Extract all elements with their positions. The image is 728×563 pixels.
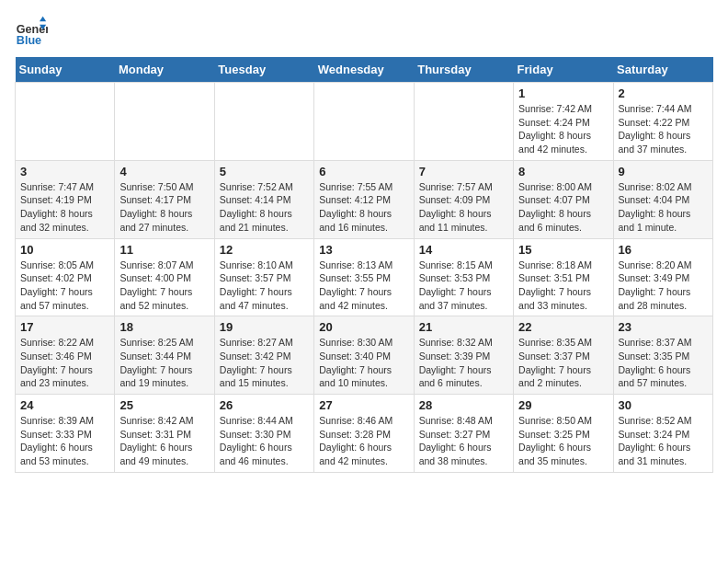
calendar-cell: 6Sunrise: 7:55 AMSunset: 4:12 PMDaylight… xyxy=(314,160,414,238)
day-info: Sunrise: 8:39 AMSunset: 3:33 PMDaylight:… xyxy=(20,414,109,468)
day-number: 3 xyxy=(20,165,109,178)
day-info: Sunrise: 8:20 AMSunset: 3:49 PMDaylight:… xyxy=(619,259,708,313)
day-info: Sunrise: 8:30 AMSunset: 3:40 PMDaylight:… xyxy=(319,336,408,390)
column-header-tuesday: Tuesday xyxy=(214,57,313,83)
column-header-sunday: Sunday xyxy=(16,57,115,83)
calendar-cell: 30Sunrise: 8:52 AMSunset: 3:24 PMDayligh… xyxy=(613,395,712,473)
day-info: Sunrise: 8:46 AMSunset: 3:28 PMDaylight:… xyxy=(319,414,408,468)
day-info: Sunrise: 8:07 AMSunset: 4:00 PMDaylight:… xyxy=(119,259,209,313)
calendar-cell: 23Sunrise: 8:37 AMSunset: 3:35 PMDayligh… xyxy=(613,316,712,395)
day-number: 28 xyxy=(419,398,508,412)
calendar-cell: 28Sunrise: 8:48 AMSunset: 3:27 PMDayligh… xyxy=(414,395,513,473)
calendar-cell: 7Sunrise: 7:57 AMSunset: 4:09 PMDaylight… xyxy=(414,160,513,238)
day-number: 22 xyxy=(518,320,608,334)
day-number: 8 xyxy=(518,165,608,178)
day-info: Sunrise: 7:47 AMSunset: 4:19 PMDaylight:… xyxy=(20,180,109,235)
calendar-cell xyxy=(115,83,214,161)
column-header-monday: Monday xyxy=(115,57,214,83)
calendar-week-row: 3Sunrise: 7:47 AMSunset: 4:19 PMDaylight… xyxy=(16,160,713,238)
day-number: 5 xyxy=(220,165,309,178)
calendar-cell: 22Sunrise: 8:35 AMSunset: 3:37 PMDayligh… xyxy=(514,316,613,395)
day-number: 30 xyxy=(619,398,708,412)
day-info: Sunrise: 7:50 AMSunset: 4:17 PMDaylight:… xyxy=(119,180,209,235)
day-info: Sunrise: 7:42 AMSunset: 4:24 PMDaylight:… xyxy=(518,102,608,156)
calendar-cell: 18Sunrise: 8:25 AMSunset: 3:44 PMDayligh… xyxy=(115,316,214,395)
day-info: Sunrise: 8:18 AMSunset: 3:51 PMDaylight:… xyxy=(518,259,608,313)
svg-text:Blue: Blue xyxy=(17,34,41,47)
day-info: Sunrise: 8:10 AMSunset: 3:57 PMDaylight:… xyxy=(220,259,309,313)
day-info: Sunrise: 8:42 AMSunset: 3:31 PMDaylight:… xyxy=(119,414,209,468)
day-info: Sunrise: 7:52 AMSunset: 4:14 PMDaylight:… xyxy=(220,180,309,235)
calendar-week-row: 10Sunrise: 8:05 AMSunset: 4:02 PMDayligh… xyxy=(16,238,713,316)
day-info: Sunrise: 8:27 AMSunset: 3:42 PMDaylight:… xyxy=(220,336,309,390)
day-number: 1 xyxy=(518,86,608,100)
day-number: 9 xyxy=(619,165,708,178)
calendar-cell: 5Sunrise: 7:52 AMSunset: 4:14 PMDaylight… xyxy=(214,160,313,238)
calendar-cell: 20Sunrise: 8:30 AMSunset: 3:40 PMDayligh… xyxy=(314,316,414,395)
calendar-week-row: 24Sunrise: 8:39 AMSunset: 3:33 PMDayligh… xyxy=(16,395,713,473)
calendar-cell xyxy=(314,83,414,161)
calendar-table: SundayMondayTuesdayWednesdayThursdayFrid… xyxy=(15,57,713,473)
day-info: Sunrise: 7:55 AMSunset: 4:12 PMDaylight:… xyxy=(319,180,408,235)
day-number: 4 xyxy=(119,165,209,178)
calendar-cell: 4Sunrise: 7:50 AMSunset: 4:17 PMDaylight… xyxy=(115,160,214,238)
day-info: Sunrise: 8:13 AMSunset: 3:55 PMDaylight:… xyxy=(319,259,408,313)
day-info: Sunrise: 8:00 AMSunset: 4:07 PMDaylight:… xyxy=(518,180,608,235)
day-info: Sunrise: 8:37 AMSunset: 3:35 PMDaylight:… xyxy=(619,336,708,390)
column-header-friday: Friday xyxy=(514,57,613,83)
day-number: 17 xyxy=(20,320,109,334)
calendar-cell: 9Sunrise: 8:02 AMSunset: 4:04 PMDaylight… xyxy=(613,160,712,238)
day-info: Sunrise: 8:35 AMSunset: 3:37 PMDaylight:… xyxy=(518,336,608,390)
calendar-cell: 15Sunrise: 8:18 AMSunset: 3:51 PMDayligh… xyxy=(514,238,613,316)
calendar-cell: 2Sunrise: 7:44 AMSunset: 4:22 PMDaylight… xyxy=(613,83,712,161)
calendar-week-row: 1Sunrise: 7:42 AMSunset: 4:24 PMDaylight… xyxy=(16,83,713,161)
column-header-wednesday: Wednesday xyxy=(314,57,414,83)
day-number: 19 xyxy=(220,320,309,334)
day-number: 21 xyxy=(419,320,508,334)
calendar-cell: 21Sunrise: 8:32 AMSunset: 3:39 PMDayligh… xyxy=(414,316,513,395)
calendar-week-row: 17Sunrise: 8:22 AMSunset: 3:46 PMDayligh… xyxy=(16,316,713,395)
day-number: 12 xyxy=(220,243,309,257)
day-info: Sunrise: 8:52 AMSunset: 3:24 PMDaylight:… xyxy=(619,414,708,468)
day-number: 16 xyxy=(619,243,708,257)
day-info: Sunrise: 8:50 AMSunset: 3:25 PMDaylight:… xyxy=(518,414,608,468)
day-number: 11 xyxy=(119,243,209,257)
day-number: 25 xyxy=(119,398,209,412)
logo: General Blue xyxy=(15,15,51,48)
day-number: 6 xyxy=(319,165,408,178)
calendar-cell: 14Sunrise: 8:15 AMSunset: 3:53 PMDayligh… xyxy=(414,238,513,316)
calendar-cell: 27Sunrise: 8:46 AMSunset: 3:28 PMDayligh… xyxy=(314,395,414,473)
day-number: 24 xyxy=(20,398,109,412)
day-info: Sunrise: 8:15 AMSunset: 3:53 PMDaylight:… xyxy=(419,259,508,313)
calendar-cell: 3Sunrise: 7:47 AMSunset: 4:19 PMDaylight… xyxy=(16,160,115,238)
day-number: 26 xyxy=(220,398,309,412)
calendar-cell: 11Sunrise: 8:07 AMSunset: 4:00 PMDayligh… xyxy=(115,238,214,316)
calendar-cell: 13Sunrise: 8:13 AMSunset: 3:55 PMDayligh… xyxy=(314,238,414,316)
day-info: Sunrise: 7:57 AMSunset: 4:09 PMDaylight:… xyxy=(419,180,508,235)
calendar-cell: 24Sunrise: 8:39 AMSunset: 3:33 PMDayligh… xyxy=(16,395,115,473)
calendar-cell: 10Sunrise: 8:05 AMSunset: 4:02 PMDayligh… xyxy=(16,238,115,316)
day-info: Sunrise: 8:02 AMSunset: 4:04 PMDaylight:… xyxy=(619,180,708,235)
calendar-cell xyxy=(16,83,115,161)
calendar-cell: 1Sunrise: 7:42 AMSunset: 4:24 PMDaylight… xyxy=(514,83,613,161)
page-header: General Blue xyxy=(15,15,713,48)
calendar-cell xyxy=(214,83,313,161)
day-number: 23 xyxy=(619,320,708,334)
logo-icon: General Blue xyxy=(15,15,48,48)
day-number: 13 xyxy=(319,243,408,257)
calendar-header-row: SundayMondayTuesdayWednesdayThursdayFrid… xyxy=(16,57,713,83)
day-info: Sunrise: 8:22 AMSunset: 3:46 PMDaylight:… xyxy=(20,336,109,390)
calendar-cell: 26Sunrise: 8:44 AMSunset: 3:30 PMDayligh… xyxy=(214,395,313,473)
column-header-thursday: Thursday xyxy=(414,57,513,83)
day-info: Sunrise: 7:44 AMSunset: 4:22 PMDaylight:… xyxy=(619,102,708,156)
day-info: Sunrise: 8:32 AMSunset: 3:39 PMDaylight:… xyxy=(419,336,508,390)
column-header-saturday: Saturday xyxy=(613,57,712,83)
calendar-cell: 25Sunrise: 8:42 AMSunset: 3:31 PMDayligh… xyxy=(115,395,214,473)
day-number: 7 xyxy=(419,165,508,178)
calendar-cell xyxy=(414,83,513,161)
day-number: 10 xyxy=(20,243,109,257)
day-number: 29 xyxy=(518,398,608,412)
day-number: 20 xyxy=(319,320,408,334)
svg-marker-2 xyxy=(40,17,46,21)
calendar-cell: 12Sunrise: 8:10 AMSunset: 3:57 PMDayligh… xyxy=(214,238,313,316)
